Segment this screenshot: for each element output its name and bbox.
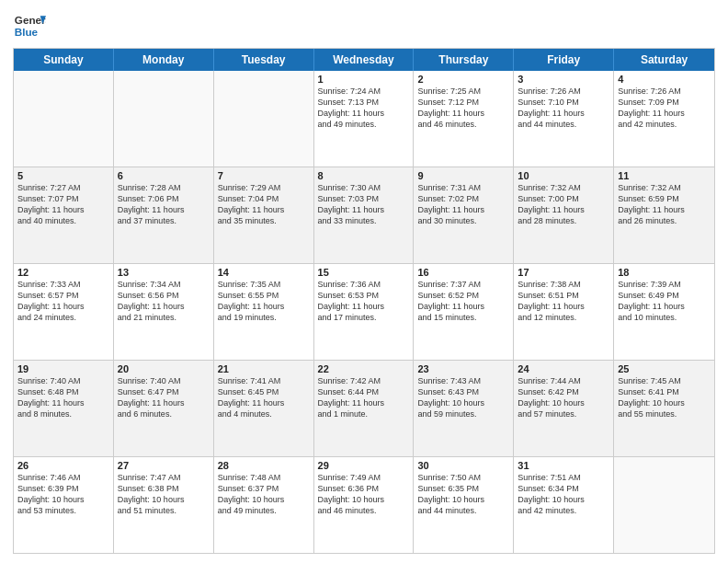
day-number: 27: [118, 460, 210, 471]
day-number: 22: [318, 363, 410, 374]
calendar-cell: 8Sunrise: 7:30 AM Sunset: 7:03 PM Daylig…: [314, 167, 415, 263]
calendar-cell: 9Sunrise: 7:31 AM Sunset: 7:02 PM Daylig…: [414, 167, 514, 263]
day-number: 31: [518, 460, 609, 471]
logo-icon: General Blue: [13, 9, 46, 42]
cell-sun-info: Sunrise: 7:38 AM Sunset: 6:51 PM Dayligh…: [518, 279, 609, 324]
calendar-cell: 18Sunrise: 7:39 AM Sunset: 6:49 PM Dayli…: [614, 264, 714, 360]
cell-sun-info: Sunrise: 7:45 AM Sunset: 6:41 PM Dayligh…: [618, 375, 711, 420]
day-number: 21: [218, 363, 310, 374]
day-number: 25: [618, 363, 711, 374]
day-number: 11: [618, 170, 711, 181]
day-number: 3: [518, 74, 609, 85]
day-number: 14: [218, 267, 310, 278]
cell-sun-info: Sunrise: 7:46 AM Sunset: 6:39 PM Dayligh…: [17, 472, 109, 517]
weekday-header: Monday: [114, 49, 214, 71]
day-number: 4: [618, 74, 711, 85]
calendar-header: SundayMondayTuesdayWednesdayThursdayFrid…: [14, 49, 714, 71]
calendar-cell: 28Sunrise: 7:48 AM Sunset: 6:37 PM Dayli…: [214, 457, 314, 553]
cell-sun-info: Sunrise: 7:24 AM Sunset: 7:13 PM Dayligh…: [318, 86, 410, 131]
day-number: 24: [518, 363, 609, 374]
cell-sun-info: Sunrise: 7:39 AM Sunset: 6:49 PM Dayligh…: [618, 279, 711, 324]
calendar-row: 12Sunrise: 7:33 AM Sunset: 6:57 PM Dayli…: [14, 264, 714, 361]
day-number: 12: [17, 267, 109, 278]
cell-sun-info: Sunrise: 7:32 AM Sunset: 6:59 PM Dayligh…: [618, 182, 711, 227]
calendar-cell: 2Sunrise: 7:25 AM Sunset: 7:12 PM Daylig…: [414, 71, 514, 167]
calendar-cell: 13Sunrise: 7:34 AM Sunset: 6:56 PM Dayli…: [114, 264, 214, 360]
weekday-header: Friday: [514, 49, 614, 71]
calendar-cell: 20Sunrise: 7:40 AM Sunset: 6:47 PM Dayli…: [114, 361, 214, 456]
cell-sun-info: Sunrise: 7:31 AM Sunset: 7:02 PM Dayligh…: [417, 182, 509, 227]
cell-sun-info: Sunrise: 7:26 AM Sunset: 7:09 PM Dayligh…: [618, 86, 711, 131]
cell-sun-info: Sunrise: 7:47 AM Sunset: 6:38 PM Dayligh…: [118, 472, 210, 517]
calendar-cell: 17Sunrise: 7:38 AM Sunset: 6:51 PM Dayli…: [514, 264, 614, 360]
calendar-cell: 5Sunrise: 7:27 AM Sunset: 7:07 PM Daylig…: [14, 167, 114, 263]
cell-sun-info: Sunrise: 7:29 AM Sunset: 7:04 PM Dayligh…: [218, 182, 310, 227]
day-number: 23: [417, 363, 509, 374]
calendar-cell: 10Sunrise: 7:32 AM Sunset: 7:00 PM Dayli…: [514, 167, 614, 263]
day-number: 6: [118, 170, 210, 181]
cell-sun-info: Sunrise: 7:36 AM Sunset: 6:53 PM Dayligh…: [318, 279, 410, 324]
calendar-cell: 29Sunrise: 7:49 AM Sunset: 6:36 PM Dayli…: [314, 457, 415, 553]
weekday-header: Sunday: [14, 49, 114, 71]
weekday-header: Tuesday: [214, 49, 314, 71]
calendar-cell: 30Sunrise: 7:50 AM Sunset: 6:35 PM Dayli…: [414, 457, 514, 553]
cell-sun-info: Sunrise: 7:42 AM Sunset: 6:44 PM Dayligh…: [318, 375, 410, 420]
calendar-cell: 31Sunrise: 7:51 AM Sunset: 6:34 PM Dayli…: [514, 457, 614, 553]
calendar-cell: 7Sunrise: 7:29 AM Sunset: 7:04 PM Daylig…: [214, 167, 314, 263]
weekday-header: Thursday: [414, 49, 514, 71]
day-number: 19: [17, 363, 109, 374]
calendar-body: 1Sunrise: 7:24 AM Sunset: 7:13 PM Daylig…: [14, 71, 714, 553]
calendar-cell: 16Sunrise: 7:37 AM Sunset: 6:52 PM Dayli…: [414, 264, 514, 360]
day-number: 29: [318, 460, 410, 471]
cell-sun-info: Sunrise: 7:41 AM Sunset: 6:45 PM Dayligh…: [218, 375, 310, 420]
cell-sun-info: Sunrise: 7:30 AM Sunset: 7:03 PM Dayligh…: [318, 182, 410, 227]
day-number: 26: [17, 460, 109, 471]
calendar-row: 26Sunrise: 7:46 AM Sunset: 6:39 PM Dayli…: [14, 457, 714, 553]
cell-sun-info: Sunrise: 7:25 AM Sunset: 7:12 PM Dayligh…: [417, 86, 509, 131]
cell-sun-info: Sunrise: 7:50 AM Sunset: 6:35 PM Dayligh…: [417, 472, 509, 517]
calendar-cell: 25Sunrise: 7:45 AM Sunset: 6:41 PM Dayli…: [614, 361, 714, 456]
cell-sun-info: Sunrise: 7:40 AM Sunset: 6:47 PM Dayligh…: [118, 375, 210, 420]
calendar-row: 19Sunrise: 7:40 AM Sunset: 6:48 PM Dayli…: [14, 361, 714, 457]
cell-sun-info: Sunrise: 7:26 AM Sunset: 7:10 PM Dayligh…: [518, 86, 609, 131]
calendar-cell: 3Sunrise: 7:26 AM Sunset: 7:10 PM Daylig…: [514, 71, 614, 167]
day-number: 1: [318, 74, 410, 85]
cell-sun-info: Sunrise: 7:34 AM Sunset: 6:56 PM Dayligh…: [118, 279, 210, 324]
calendar-cell: 1Sunrise: 7:24 AM Sunset: 7:13 PM Daylig…: [314, 71, 415, 167]
calendar-cell: 4Sunrise: 7:26 AM Sunset: 7:09 PM Daylig…: [614, 71, 714, 167]
cell-sun-info: Sunrise: 7:51 AM Sunset: 6:34 PM Dayligh…: [518, 472, 609, 517]
calendar-row: 5Sunrise: 7:27 AM Sunset: 7:07 PM Daylig…: [14, 167, 714, 264]
cell-sun-info: Sunrise: 7:48 AM Sunset: 6:37 PM Dayligh…: [218, 472, 310, 517]
day-number: 9: [417, 170, 509, 181]
calendar-cell: 27Sunrise: 7:47 AM Sunset: 6:38 PM Dayli…: [114, 457, 214, 553]
day-number: 15: [318, 267, 410, 278]
cell-sun-info: Sunrise: 7:32 AM Sunset: 7:00 PM Dayligh…: [518, 182, 609, 227]
cell-sun-info: Sunrise: 7:43 AM Sunset: 6:43 PM Dayligh…: [417, 375, 509, 420]
calendar-cell: 6Sunrise: 7:28 AM Sunset: 7:06 PM Daylig…: [114, 167, 214, 263]
page: General Blue SundayMondayTuesdayWednesda…: [0, 0, 728, 563]
empty-cell: [214, 71, 314, 167]
day-number: 16: [417, 267, 509, 278]
day-number: 28: [218, 460, 310, 471]
cell-sun-info: Sunrise: 7:49 AM Sunset: 6:36 PM Dayligh…: [318, 472, 410, 517]
calendar-cell: 21Sunrise: 7:41 AM Sunset: 6:45 PM Dayli…: [214, 361, 314, 456]
cell-sun-info: Sunrise: 7:40 AM Sunset: 6:48 PM Dayligh…: [17, 375, 109, 420]
calendar: SundayMondayTuesdayWednesdayThursdayFrid…: [13, 48, 715, 554]
weekday-header: Wednesday: [314, 49, 415, 71]
calendar-cell: 15Sunrise: 7:36 AM Sunset: 6:53 PM Dayli…: [314, 264, 415, 360]
empty-cell: [114, 71, 214, 167]
cell-sun-info: Sunrise: 7:27 AM Sunset: 7:07 PM Dayligh…: [17, 182, 109, 227]
day-number: 10: [518, 170, 609, 181]
cell-sun-info: Sunrise: 7:44 AM Sunset: 6:42 PM Dayligh…: [518, 375, 609, 420]
calendar-cell: 22Sunrise: 7:42 AM Sunset: 6:44 PM Dayli…: [314, 361, 415, 456]
day-number: 2: [417, 74, 509, 85]
header: General Blue: [13, 9, 715, 42]
empty-cell: [614, 457, 714, 553]
day-number: 20: [118, 363, 210, 374]
calendar-row: 1Sunrise: 7:24 AM Sunset: 7:13 PM Daylig…: [14, 71, 714, 167]
weekday-header: Saturday: [614, 49, 714, 71]
calendar-cell: 19Sunrise: 7:40 AM Sunset: 6:48 PM Dayli…: [14, 361, 114, 456]
svg-text:Blue: Blue: [15, 26, 39, 38]
cell-sun-info: Sunrise: 7:28 AM Sunset: 7:06 PM Dayligh…: [118, 182, 210, 227]
calendar-cell: 14Sunrise: 7:35 AM Sunset: 6:55 PM Dayli…: [214, 264, 314, 360]
